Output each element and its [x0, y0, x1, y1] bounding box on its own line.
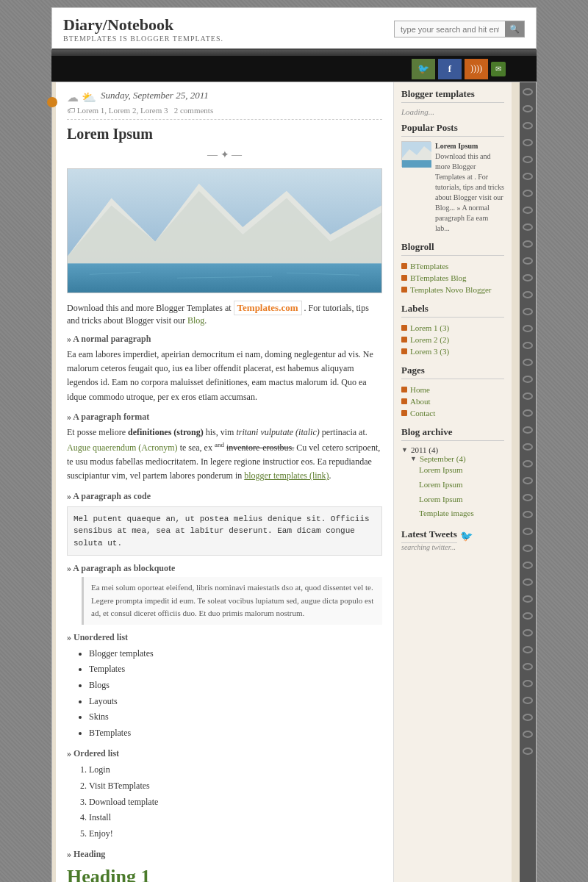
label-item-1[interactable]: Lorem 1 (3) [401, 322, 504, 334]
loading-text: Loading... [401, 107, 504, 116]
comments-link[interactable]: 2 comments [174, 106, 213, 115]
heading-1: Heading 1 [67, 866, 382, 882]
pf-text2: his, vim [206, 427, 234, 437]
page-item-home[interactable]: Home [401, 384, 504, 395]
label-link-3[interactable]: Lorem 3 (3) [410, 347, 449, 356]
blogroll-link-1[interactable]: BTemplates [410, 262, 448, 270]
page-item-about[interactable]: About [401, 395, 504, 407]
blogroll-item-3[interactable]: Templates Novo Blogger [401, 284, 504, 295]
blogroll-item-2[interactable]: BTemplates Blog [401, 272, 504, 284]
binding-ring [523, 747, 533, 755]
label-link-1[interactable]: Lorem 1 (3) [410, 323, 449, 332]
post-title: Lorem Ipsum [67, 126, 382, 143]
binding-ring [523, 426, 533, 434]
post-header-row: ☁ ⛅ Sunday, September 25, 2011 [67, 90, 382, 104]
templates-logo[interactable]: Templates.com [234, 301, 302, 315]
ordered-list-heading-text: Ordered list [74, 748, 119, 759]
search-button[interactable]: 🔍 [505, 21, 524, 37]
archive-post-1[interactable]: Lorem Ipsum [401, 463, 504, 478]
paragraph-format-heading: A paragraph format [67, 412, 382, 423]
binding-ring [523, 325, 533, 332]
binding-ring [523, 122, 533, 129]
post-image [67, 168, 382, 293]
binding-ring [523, 629, 533, 637]
extra-social-icon[interactable]: ✉ [491, 62, 506, 76]
page-item-contact[interactable]: Contact [401, 407, 504, 419]
binding-ring [523, 139, 533, 146]
normal-paragraph-body: Ea eam labores imperdiet, apeirian democ… [67, 348, 382, 404]
archive-month-label: September (4) [420, 454, 466, 463]
link-dot-icon [401, 287, 407, 293]
label-item-3[interactable]: Lorem 3 (3) [401, 345, 504, 357]
archive-month[interactable]: ▼ September (4) [401, 454, 504, 463]
list-item: Download template [89, 795, 382, 811]
tag-icon: 🏷 [67, 106, 75, 115]
search-input[interactable] [395, 22, 505, 37]
link-dot-icon [401, 325, 407, 331]
blog-column: ☁ ⛅ Sunday, September 25, 2011 🏷 Lorem 1… [56, 82, 394, 882]
popular-posts-title: Popular Posts [401, 122, 504, 137]
link-dot-icon [401, 387, 407, 392]
blogroll-link-2[interactable]: BTemplates Blog [410, 273, 467, 282]
popular-post-title: Lorem Ipsum [435, 142, 478, 150]
superscript: and [215, 441, 224, 448]
blog-link[interactable]: Blog [187, 315, 204, 326]
tag-lorem1[interactable]: Lorem 1 [77, 106, 105, 115]
popular-post-thumb [401, 141, 431, 167]
page-link-home[interactable]: Home [410, 385, 430, 394]
blog-templates-link[interactable]: blogger templates (link) [244, 470, 329, 481]
binding-ring [523, 409, 533, 417]
binding-ring [523, 443, 533, 451]
blogger-templates-title: Blogger templates [401, 88, 504, 103]
archive-year[interactable]: ▼ 2011 (4) [401, 445, 504, 454]
facebook-social-icon[interactable]: f [438, 59, 462, 79]
pf-anchor2: te sea, ex [180, 442, 212, 453]
pf-italic: tritani vulputate (italic) [236, 427, 319, 437]
rss-social-icon[interactable]: )))) [465, 59, 488, 79]
list-item: Layouts [89, 694, 382, 710]
label-link-2[interactable]: Lorem 2 (2) [410, 335, 449, 344]
blogroll-section: Blogroll BTemplates BTemplates Blog Temp… [401, 241, 504, 295]
binding-ring [523, 460, 533, 467]
twitter-bird-icon: 🐦 [460, 530, 473, 542]
normal-paragraph-heading: A normal paragraph [67, 334, 382, 345]
tag-lorem3[interactable]: Lorem 3 [140, 106, 168, 115]
binding-ring [523, 646, 533, 653]
popular-post-item: Lorem Ipsum Download this and more Blogg… [401, 141, 504, 234]
binding-ring [523, 376, 533, 383]
tweets-section: Latest Tweets 🐦 searching twitter... [401, 528, 504, 551]
archive-post-2[interactable]: Lorem Ipsum [401, 478, 504, 492]
binding-ring [523, 578, 533, 586]
page-link-contact[interactable]: Contact [410, 409, 435, 417]
paragraph-format-body: Et posse meliore definitiones (strong) h… [67, 426, 382, 484]
label-item-2[interactable]: Lorem 2 (2) [401, 334, 504, 345]
popular-post-text: Lorem Ipsum Download this and more Blogg… [435, 141, 504, 234]
page-link-about[interactable]: About [410, 397, 431, 406]
pf-text1: Et posse meliore [67, 427, 126, 437]
archive-post-4[interactable]: Template images [401, 506, 504, 521]
blockquote: Ea mei solum oporteat eleifend, libris n… [82, 577, 382, 625]
ordered-list-heading: Ordered list [67, 748, 382, 759]
archive-month-icon: ▼ [410, 455, 417, 462]
acronym-link[interactable]: Augue quaerendum (Acronym) [67, 442, 178, 453]
svg-rect-3 [68, 263, 381, 293]
unordered-list-heading-text: Unordered list [74, 632, 128, 642]
ordered-list: Login Visit BTemplates Download template… [67, 762, 382, 842]
nav-strip [51, 50, 537, 56]
tag-lorem2[interactable]: Lorem 2 [109, 106, 137, 115]
paragraph-blockquote-heading: A paragraph as blockquote [67, 563, 382, 574]
blog-archive-title: Blog archive [401, 426, 504, 441]
blogroll-item-1[interactable]: BTemplates [401, 260, 504, 272]
list-item: Login [89, 762, 382, 778]
unordered-list-heading: Unordered list [67, 632, 382, 643]
blogroll-link-3[interactable]: Templates Novo Blogger [410, 285, 491, 294]
twitter-social-icon[interactable]: 🐦 [412, 59, 435, 79]
pages-title: Pages [401, 365, 504, 379]
binding-ring [523, 342, 533, 349]
binding-ring [523, 595, 533, 603]
orange-tab [47, 97, 57, 107]
binding-ring [523, 240, 533, 248]
heading-section-label: Heading [67, 849, 382, 860]
archive-post-3[interactable]: Lorem Ipsum [401, 492, 504, 507]
landscape-svg [68, 169, 381, 293]
